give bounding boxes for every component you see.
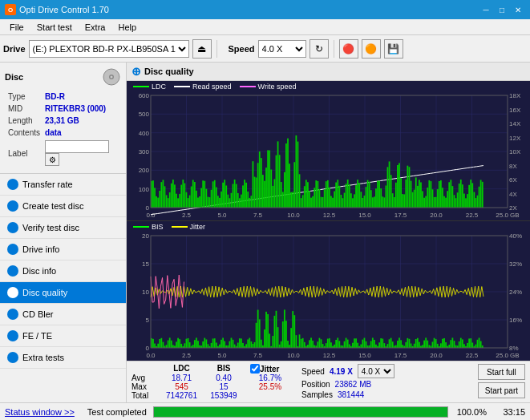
- samples-label: Samples: [301, 390, 333, 399]
- samples-value: 381444: [338, 390, 364, 399]
- menu-extra[interactable]: Extra: [79, 22, 112, 33]
- total-bis: 153949: [204, 391, 244, 400]
- sidebar-item-disc-info[interactable]: Disc info: [0, 260, 126, 282]
- action-buttons: Start full Start part: [478, 364, 525, 398]
- disc-quality-title: Disc quality: [144, 67, 194, 76]
- verify-test-disc-icon: [6, 221, 19, 234]
- statusbar: Status window >> Test completed 100.0% 3…: [0, 402, 530, 420]
- disc-quality-header-icon: ⊕: [131, 65, 141, 78]
- speed-select[interactable]: 4.0 X: [258, 40, 306, 58]
- stats-speed-select[interactable]: 4.0 X: [358, 364, 394, 378]
- drive-label: Drive: [3, 44, 26, 54]
- app-title: O Opti Drive Control 1.70: [5, 4, 109, 15]
- legend-bis: BIS: [133, 223, 164, 231]
- position-label: Position: [301, 380, 330, 389]
- avg-ldc: 18.71: [160, 374, 204, 382]
- speed-stat-value: 4.19 X: [330, 367, 353, 376]
- menu-file[interactable]: File: [3, 22, 30, 33]
- progress-percent: 100.0%: [455, 407, 487, 417]
- avg-bis: 0.40: [204, 374, 244, 382]
- disc-panel: Disc Type BD-R MID RITEKBR3 (000) Length: [0, 63, 126, 174]
- drive-select[interactable]: (E:) PLEXTOR BD-R PX-LB950SA 1.06: [29, 40, 189, 58]
- speed-stat-label: Speed: [301, 367, 325, 376]
- jitter-checkbox[interactable]: [250, 364, 260, 374]
- bis-header: BIS: [204, 364, 244, 374]
- toolbar-separator2: [334, 40, 334, 58]
- total-label: Total: [131, 391, 160, 400]
- disc-info-icon: [6, 265, 19, 277]
- button2[interactable]: 🟠: [362, 39, 381, 59]
- sidebar-item-transfer-rate[interactable]: Transfer rate: [0, 174, 126, 196]
- ldc-header: LDC: [160, 364, 204, 374]
- disc-panel-title: Disc: [5, 72, 23, 82]
- sidebar-item-fe-te[interactable]: FE / TE: [0, 325, 126, 347]
- sidebar-item-drive-info[interactable]: Drive info: [0, 239, 126, 260]
- elapsed-time: 33:15: [493, 407, 525, 417]
- eject-button[interactable]: ⏏: [192, 39, 212, 59]
- titlebar: O Opti Drive Control 1.70 ─ □ ✕: [0, 0, 530, 19]
- legend-read-speed: Read speed: [174, 83, 232, 91]
- drive-info-icon: [6, 243, 19, 256]
- contents-label: Contents: [6, 127, 42, 138]
- menubar: File Start test Extra Help: [0, 19, 530, 35]
- sidebar-item-disc-quality[interactable]: Disc quality: [0, 282, 126, 304]
- stats-area: LDC BIS Jitter Avg 18.71 0.40 16.7%: [127, 361, 530, 402]
- extra-tests-icon: [6, 351, 19, 364]
- legend-write-speed: Write speed: [240, 83, 297, 91]
- max-ldc: 545: [160, 382, 204, 391]
- create-test-disc-icon: [6, 200, 19, 212]
- button1[interactable]: 🔴: [339, 39, 358, 59]
- avg-label: Avg: [131, 374, 160, 382]
- label-input[interactable]: [45, 140, 109, 153]
- content-area: ⊕ Disc quality LDC Read speed: [127, 63, 530, 402]
- main-area: Disc Type BD-R MID RITEKBR3 (000) Length: [0, 63, 530, 402]
- cd-bler-icon: [6, 308, 19, 321]
- minimize-button[interactable]: ─: [479, 3, 493, 16]
- sidebar-item-cd-bler[interactable]: CD Bler: [0, 304, 126, 325]
- close-button[interactable]: ✕: [511, 3, 525, 16]
- disc-icon: [102, 67, 121, 87]
- disc-quality-icon: [6, 286, 19, 299]
- mid-label: MID: [6, 103, 42, 114]
- max-bis: 15: [204, 382, 244, 391]
- start-part-button[interactable]: Start part: [478, 382, 525, 398]
- length-value: 23,31 GB: [43, 115, 119, 126]
- sidebar-item-verify-test-disc[interactable]: Verify test disc: [0, 217, 126, 239]
- position-value: 23862 MB: [335, 380, 372, 389]
- svg-point-2: [111, 76, 113, 79]
- avg-jitter: 16.7%: [250, 374, 290, 382]
- transfer-rate-icon: [6, 178, 19, 191]
- refresh-button[interactable]: ↻: [310, 39, 329, 59]
- speed-label: Speed: [229, 44, 255, 54]
- sidebar-item-extra-tests[interactable]: Extra tests: [0, 347, 126, 369]
- menu-help[interactable]: Help: [111, 22, 143, 33]
- type-value: BD-R: [43, 91, 119, 102]
- label-button[interactable]: ⚙: [45, 153, 59, 166]
- top-chart: [127, 92, 530, 220]
- sidebar: Disc Type BD-R MID RITEKBR3 (000) Length: [0, 63, 127, 402]
- save-button[interactable]: 💾: [384, 39, 403, 59]
- max-jitter: 25.5%: [250, 382, 290, 391]
- max-label: Max: [131, 382, 160, 391]
- bottom-chart: [127, 232, 530, 361]
- disc-quality-header: ⊕ Disc quality: [127, 63, 530, 81]
- status-text: Test completed: [87, 407, 147, 417]
- right-stats: Speed 4.19 X 4.0 X Position 23862 MB Sam…: [301, 364, 394, 399]
- length-label: Length: [6, 115, 42, 126]
- mid-value: RITEKBR3 (000): [43, 103, 119, 114]
- menu-start-test[interactable]: Start test: [30, 22, 79, 33]
- total-ldc: 7142761: [160, 391, 204, 400]
- type-label: Type: [6, 91, 42, 102]
- maximize-button[interactable]: □: [495, 3, 509, 16]
- legend-ldc: LDC: [133, 83, 166, 91]
- app-icon: O: [5, 4, 16, 15]
- status-window-button[interactable]: Status window >>: [5, 407, 75, 417]
- jitter-header: Jitter: [260, 365, 279, 374]
- label-label: Label: [6, 139, 42, 167]
- legend-jitter: Jitter: [172, 223, 206, 231]
- stats-table: LDC BIS Jitter Avg 18.71 0.40 16.7%: [131, 364, 290, 400]
- window-controls: ─ □ ✕: [479, 3, 525, 16]
- start-full-button[interactable]: Start full: [478, 364, 525, 380]
- progress-bar: [154, 407, 447, 417]
- sidebar-item-create-test-disc[interactable]: Create test disc: [0, 196, 126, 217]
